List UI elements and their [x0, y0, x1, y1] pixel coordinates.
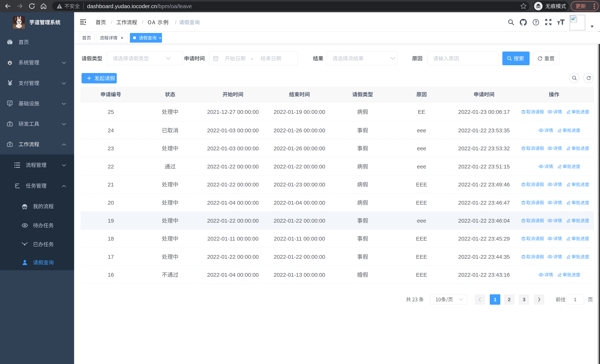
svg-text:?: ?: [534, 20, 537, 25]
